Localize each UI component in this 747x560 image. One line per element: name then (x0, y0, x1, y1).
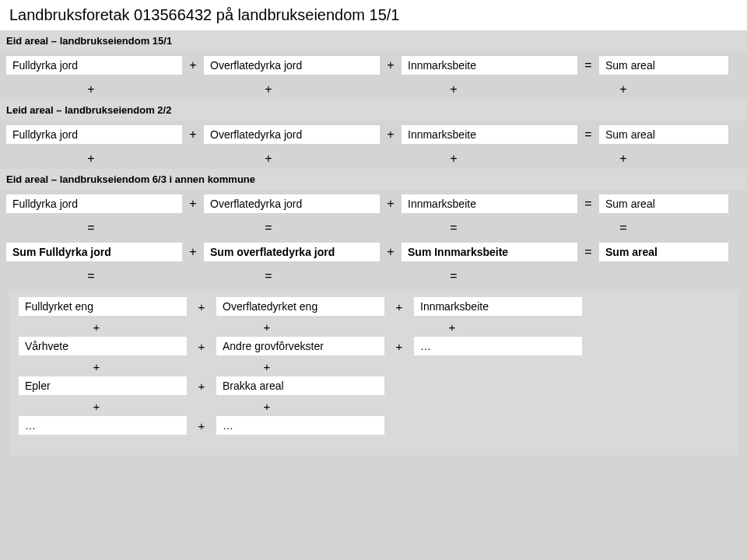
field-r3-c1: Fulldyrka jord (6, 194, 182, 213)
crop-row-3: Epler + Brakka areal (19, 376, 728, 395)
op-eq: = (577, 245, 599, 259)
op-eq: = (361, 269, 546, 283)
equation-row-2: Fulldyrka jord + Overflatedyrka jord + I… (0, 121, 747, 149)
op-eq: = (577, 197, 599, 211)
field-sum-c4: Sum areal (599, 243, 728, 261)
op-plus: + (174, 320, 359, 334)
crop-row-4: … + … (19, 416, 728, 435)
equation-row-3: Fulldyrka jord + Overflatedyrka jord + I… (0, 190, 747, 218)
op-plus: + (187, 419, 216, 432)
crop-vplus-3: + + (19, 400, 728, 413)
op-plus: + (6, 82, 176, 96)
section-header-3: Eid areal – landbrukseiendom 6/3 i annen… (0, 169, 747, 190)
op-plus: + (19, 400, 174, 413)
op-plus: + (19, 320, 174, 334)
op-eq: = (176, 269, 361, 283)
op-plus: + (187, 340, 216, 353)
op-plus: + (384, 300, 414, 313)
op-plus: + (182, 197, 204, 211)
veq-row-2: = = = (0, 266, 747, 286)
crops-panel: Fulldyrket eng + Overflatedyrket eng + I… (9, 291, 738, 455)
op-eq: = (577, 58, 599, 72)
field-sum-c2: Sum overflatedyrka jord (204, 243, 380, 261)
op-plus: + (182, 245, 204, 259)
field-r1-c3: Innmarksbeite (402, 56, 577, 75)
field-r3-c3: Innmarksbeite (402, 194, 577, 213)
crop-r1-c1: Fulldyrket eng (19, 297, 187, 316)
op-plus: + (359, 320, 545, 334)
op-eq: = (6, 221, 176, 235)
op-plus: + (174, 400, 359, 413)
field-r3-c2: Overflatedyrka jord (204, 194, 380, 213)
op-plus: + (546, 82, 700, 96)
op-plus: + (187, 380, 216, 393)
field-r3-c4: Sum areal (599, 194, 728, 213)
crop-row-2: Vårhvete + Andre grovfôrvekster + … (19, 337, 728, 355)
crop-r4-c2: … (216, 416, 384, 435)
op-plus: + (174, 360, 359, 373)
crop-r2-c2: Andre grovfôrvekster (216, 337, 384, 355)
op-plus: + (380, 197, 402, 211)
op-plus: + (6, 152, 176, 166)
op-plus: + (182, 128, 204, 142)
crop-r2-c3: … (414, 337, 582, 355)
op-plus: + (187, 300, 216, 313)
crop-r1-c3: Innmarksbeite (414, 297, 582, 316)
crop-r3-c1: Epler (19, 376, 187, 395)
veq-row: = = = = (0, 218, 747, 238)
section-header-1: Eid areal – landbrukseiendom 15/1 (0, 30, 747, 51)
op-plus: + (546, 152, 700, 166)
op-eq: = (176, 221, 361, 235)
op-plus: + (380, 245, 402, 259)
op-eq: = (6, 269, 176, 283)
field-r1-c4: Sum areal (599, 56, 728, 75)
op-plus: + (384, 340, 414, 353)
field-r2-c2: Overflatedyrka jord (204, 125, 380, 144)
field-r2-c3: Innmarksbeite (402, 125, 577, 144)
crop-r4-c1: … (19, 416, 187, 435)
op-plus: + (361, 152, 546, 166)
sum-row: Sum Fulldyrka jord + Sum overflatedyrka … (0, 238, 747, 266)
vplus-row-1: + + + + (0, 79, 747, 100)
field-r2-c4: Sum areal (599, 125, 728, 144)
op-eq: = (546, 221, 700, 235)
crop-r1-c2: Overflatedyrket eng (216, 297, 384, 316)
op-plus: + (380, 128, 402, 142)
op-eq: = (577, 128, 599, 142)
field-sum-c3: Sum Innmarksbeite (402, 243, 577, 261)
field-r1-c2: Overflatedyrka jord (204, 56, 380, 75)
section-header-2: Leid areal – landbrukseiendom 2/2 (0, 100, 747, 121)
op-plus: + (176, 82, 361, 96)
op-plus: + (19, 360, 174, 373)
field-r1-c1: Fulldyrka jord (6, 56, 182, 75)
field-sum-c1: Sum Fulldyrka jord (6, 243, 182, 261)
op-eq: = (361, 221, 546, 235)
crop-vplus-1: + + + (19, 320, 728, 334)
page-title: Landbruksforetak 013566432 på landbrukse… (0, 0, 747, 30)
crop-row-1: Fulldyrket eng + Overflatedyrket eng + I… (19, 297, 728, 316)
op-plus: + (380, 58, 402, 72)
crop-r2-c1: Vårhvete (19, 337, 187, 355)
op-plus: + (361, 82, 546, 96)
field-r2-c1: Fulldyrka jord (6, 125, 182, 144)
crop-vplus-2: + + (19, 360, 728, 373)
equation-row-1: Fulldyrka jord + Overflatedyrka jord + I… (0, 51, 747, 79)
op-plus: + (182, 58, 204, 72)
vplus-row-2: + + + + (0, 149, 747, 169)
crop-r3-c2: Brakka areal (216, 376, 384, 395)
op-plus: + (176, 152, 361, 166)
